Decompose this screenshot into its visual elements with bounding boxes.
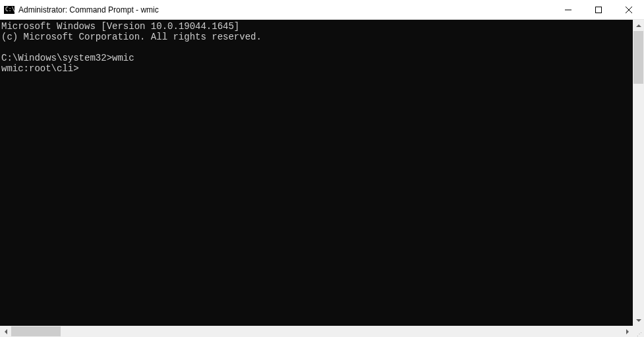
horizontal-scroll-track[interactable] bbox=[11, 326, 622, 337]
vertical-scroll-track[interactable] bbox=[633, 31, 644, 315]
console-line: wmic:root\cli> bbox=[1, 63, 79, 74]
console-area: Microsoft Windows [Version 10.0.19044.16… bbox=[0, 20, 644, 326]
svg-marker-8 bbox=[636, 319, 641, 322]
scroll-down-arrow-icon[interactable] bbox=[633, 315, 644, 326]
console-line: (c) Microsoft Corporation. All rights re… bbox=[1, 32, 262, 42]
console-line: Microsoft Windows [Version 10.0.19044.16… bbox=[1, 21, 239, 32]
vertical-scroll-thumb[interactable] bbox=[633, 31, 643, 84]
window-title: Administrator: Command Prompt - wmic bbox=[18, 5, 553, 15]
svg-marker-7 bbox=[636, 24, 641, 27]
maximize-button[interactable] bbox=[583, 0, 614, 19]
close-button[interactable] bbox=[614, 0, 644, 19]
svg-marker-9 bbox=[5, 329, 7, 334]
resize-grip[interactable]: ⋰ bbox=[633, 326, 644, 337]
scroll-left-arrow-icon[interactable] bbox=[0, 326, 11, 337]
console-output[interactable]: Microsoft Windows [Version 10.0.19044.16… bbox=[0, 20, 633, 326]
svg-marker-10 bbox=[626, 329, 629, 334]
cmd-icon: C:\ bbox=[4, 5, 15, 15]
vertical-scrollbar[interactable] bbox=[633, 20, 644, 326]
scroll-right-arrow-icon[interactable] bbox=[622, 326, 633, 337]
console-line: C:\Windows\system32>wmic bbox=[1, 53, 134, 63]
svg-rect-4 bbox=[596, 7, 602, 13]
grip-icon: ⋰ bbox=[637, 332, 643, 336]
horizontal-scrollbar[interactable]: ⋰ bbox=[0, 326, 644, 337]
scroll-up-arrow-icon[interactable] bbox=[633, 20, 644, 31]
titlebar[interactable]: C:\ Administrator: Command Prompt - wmic bbox=[0, 0, 644, 20]
svg-text:C:\: C:\ bbox=[5, 7, 15, 13]
minimize-button[interactable] bbox=[553, 0, 583, 19]
window-controls bbox=[553, 0, 644, 19]
horizontal-scroll-thumb[interactable] bbox=[11, 326, 61, 336]
